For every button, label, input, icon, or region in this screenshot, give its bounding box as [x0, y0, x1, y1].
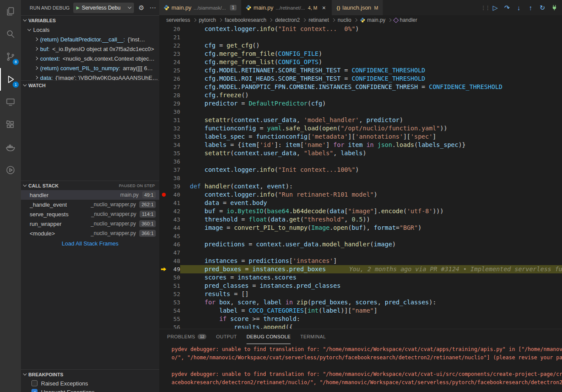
code-line[interactable]: 21: [159, 33, 562, 41]
restart-icon[interactable]: ↻: [537, 3, 548, 13]
gutter-glyph-margin[interactable]: [159, 199, 168, 207]
gutter-glyph-margin[interactable]: [159, 108, 168, 116]
code-line[interactable]: 50 scores = instances.scores: [159, 273, 562, 282]
breadcrumb-item[interactable]: main.py: [360, 17, 385, 23]
breakpoints-section-header[interactable]: BREAKPOINTS: [21, 369, 159, 379]
gutter-glyph-margin[interactable]: [159, 66, 168, 75]
code-line[interactable]: 42 buf = io.BytesIO(base64.b64decode(dat…: [159, 207, 562, 215]
breakpoint-row[interactable]: Raised Exceptions: [21, 379, 159, 388]
code-line[interactable]: 31 setattr(context.user_data, 'model_han…: [159, 116, 562, 124]
breadcrumb-item[interactable]: handler: [394, 17, 417, 23]
activity-bar-item-docker[interactable]: [0, 136, 21, 159]
gutter-glyph-margin[interactable]: [159, 141, 168, 149]
gutter-glyph-margin[interactable]: [159, 99, 168, 108]
gutter-glyph-margin[interactable]: [159, 25, 168, 33]
editor-tab-1[interactable]: main.py.../siammask/...1: [159, 0, 241, 15]
activity-bar-item-test-explorer[interactable]: [0, 159, 21, 181]
variable-row[interactable]: data:{'image': 'iVBORw0KGgoAAAANSUhE…: [21, 73, 159, 80]
gutter-glyph-margin[interactable]: [159, 307, 168, 315]
code-line[interactable]: 34 labels = {item['id']: item['name'] fo…: [159, 141, 562, 149]
gutter-glyph-margin[interactable]: [159, 249, 168, 257]
continue-icon[interactable]: ▷: [490, 3, 500, 13]
start-debugging-icon[interactable]: ▶: [76, 5, 80, 10]
more-actions-icon[interactable]: ⋯: [149, 4, 157, 12]
editor-tab-2[interactable]: main.py.../retinanet/...4, M×: [241, 0, 332, 15]
code-line[interactable]: 52 results = []: [159, 290, 562, 298]
activity-bar-item-run-and-debug[interactable]: 1: [0, 68, 21, 91]
stack-frame[interactable]: handlermain.py49:1: [21, 190, 159, 200]
disconnect-icon[interactable]: [549, 3, 559, 13]
code-line[interactable]: 37 context.logger.info("Init context...1…: [159, 166, 562, 174]
breadcrumb-item[interactable]: facebookresearch: [225, 17, 266, 23]
gutter-glyph-margin[interactable]: [159, 282, 168, 290]
code-line[interactable]: 54 label = COCO_CATEGORIES[int(label)]["…: [159, 307, 562, 315]
breadcrumb-item[interactable]: detectron2: [275, 17, 300, 23]
debug-config-picker[interactable]: ▶ Serverless Debu: [73, 3, 134, 13]
gear-icon[interactable]: ⚙: [137, 4, 145, 12]
gutter-glyph-margin[interactable]: [159, 224, 168, 232]
editor[interactable]: 20 context.logger.info("Init context... …: [159, 25, 562, 329]
code-line[interactable]: 28 cfg.freeze(): [159, 91, 562, 99]
activity-bar-item-explorer[interactable]: [0, 0, 21, 23]
code-line[interactable]: 38: [159, 174, 562, 182]
gutter-glyph-margin[interactable]: [159, 273, 168, 282]
code-line[interactable]: 39def handler(context, event):: [159, 182, 562, 191]
activity-bar-item-search[interactable]: [0, 23, 21, 45]
breakpoint-row[interactable]: ✓Uncaught Exceptions: [21, 388, 159, 392]
gutter-glyph-margin[interactable]: [159, 232, 168, 240]
code-line[interactable]: 55 if score >= threshold:: [159, 315, 562, 323]
breadcrumb-item[interactable]: pytorch: [199, 17, 216, 23]
code-line[interactable]: 25 cfg.MODEL.RETINANET.SCORE_THRESH_TEST…: [159, 66, 562, 75]
activity-bar-item-extensions[interactable]: [0, 113, 21, 136]
gutter-glyph-margin[interactable]: [159, 75, 168, 83]
gutter-glyph-margin[interactable]: [159, 182, 168, 191]
gutter-glyph-margin[interactable]: [159, 323, 168, 329]
code-line[interactable]: 30: [159, 108, 562, 116]
code-line[interactable]: 32 functionconfig = yaml.safe_load(open(…: [159, 124, 562, 133]
code-line[interactable]: 49 pred_boxes = instances.pred_boxesYou,…: [159, 265, 562, 273]
activity-bar-item-source-control[interactable]: 8: [0, 45, 21, 68]
panel-tab-terminal[interactable]: TERMINAL: [300, 329, 326, 344]
step-out-icon[interactable]: ↑: [525, 3, 536, 13]
code-line[interactable]: 27 cfg.MODEL.PANOPTIC_FPN.COMBINE.INSTAN…: [159, 83, 562, 91]
code-line[interactable]: 41 data = event.body: [159, 199, 562, 207]
step-over-icon[interactable]: ↷: [502, 3, 512, 13]
gutter-glyph-margin[interactable]: [159, 265, 168, 273]
code-line[interactable]: 44 image = convert_PIL_to_numpy(Image.op…: [159, 224, 562, 232]
close-icon[interactable]: ×: [320, 4, 327, 11]
code-line[interactable]: 40 context.logger.info("Run retinanet-R1…: [159, 191, 562, 199]
gutter-glyph-margin[interactable]: [159, 33, 168, 41]
code-line[interactable]: 29 predictor = DefaultPredictor(cfg): [159, 99, 562, 108]
code-line[interactable]: 47: [159, 249, 562, 257]
gutter-glyph-margin[interactable]: [159, 91, 168, 99]
variable-row[interactable]: context:<nuclio_sdk.context.Context obje…: [21, 54, 159, 63]
load-all-stack-frames-link[interactable]: Load All Stack Frames: [21, 240, 159, 247]
code-line[interactable]: 56 results.append({: [159, 323, 562, 329]
gutter-glyph-margin[interactable]: [159, 116, 168, 124]
gutter-glyph-margin[interactable]: [159, 124, 168, 133]
gutter-glyph-margin[interactable]: [159, 50, 168, 58]
breadcrumb-item[interactable]: retinanet: [308, 17, 329, 23]
checkbox[interactable]: ✓: [31, 389, 38, 392]
gutter-glyph-margin[interactable]: [159, 240, 168, 249]
editor-tab-3[interactable]: {}launch.jsonM: [332, 0, 383, 15]
code-line[interactable]: 23 cfg.merge_from_file(CONFIG_FILE): [159, 50, 562, 58]
code-line[interactable]: 20 context.logger.info("Init context... …: [159, 25, 562, 33]
variable-row[interactable]: (return) convert_PIL_to_numpy:array([[[ …: [21, 63, 159, 73]
gutter-glyph-margin[interactable]: [159, 290, 168, 298]
code-line[interactable]: 26 cfg.MODEL.ROI_HEADS.SCORE_THRESH_TEST…: [159, 75, 562, 83]
stack-frame[interactable]: <module>_nuclio_wrapper.py366:1: [21, 228, 159, 238]
code-line[interactable]: 35 setattr(context.user_data, "labels", …: [159, 149, 562, 157]
code-line[interactable]: 36: [159, 157, 562, 166]
activity-bar-item-remote-explorer[interactable]: [0, 91, 21, 113]
code-line[interactable]: 48 instances = predictions['instances']: [159, 257, 562, 265]
gutter-glyph-margin[interactable]: [159, 58, 168, 66]
gutter-glyph-margin[interactable]: [159, 207, 168, 215]
gutter-glyph-margin[interactable]: [159, 133, 168, 141]
variable-row[interactable]: (return) DefaultPredictor.__call__:{'ins…: [21, 34, 159, 44]
gutter-glyph-margin[interactable]: [159, 83, 168, 91]
gutter-glyph-margin[interactable]: [159, 298, 168, 307]
scope-locals[interactable]: Locals: [21, 25, 159, 34]
step-into-icon[interactable]: ↓: [514, 3, 524, 13]
grip-icon[interactable]: ⋮⋮: [482, 3, 489, 13]
